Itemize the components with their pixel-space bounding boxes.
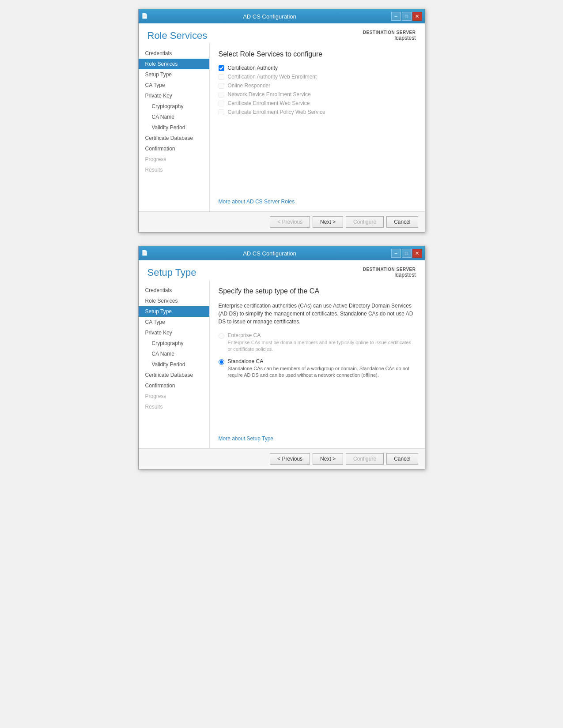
sidebar-item-cert-database-2[interactable]: Certificate Database — [139, 370, 209, 380]
sidebar-item-progress-1: Progress — [139, 154, 209, 165]
next-button-2[interactable]: Next > — [313, 453, 343, 465]
sidebar-item-cryptography-1[interactable]: Cryptography — [139, 101, 209, 112]
link-area-1: More about AD CS Server Roles — [219, 189, 416, 205]
server-name-1: ldapstest — [363, 35, 416, 41]
checkbox-cert-web-enrollment-input[interactable] — [219, 74, 224, 80]
previous-button-1[interactable]: < Previous — [270, 216, 310, 228]
link-area-2: More about Setup Type — [219, 426, 416, 442]
sidebar-item-progress-2: Progress — [139, 391, 209, 402]
sidebar-item-private-key-1[interactable]: Private Key — [139, 90, 209, 101]
radio-standalone-ca-label: Standalone CA — [228, 358, 416, 364]
sidebar-item-ca-name-1[interactable]: CA Name — [139, 112, 209, 122]
main-content-2: Specify the setup type of the CA Enterpr… — [209, 281, 425, 448]
close-button-1[interactable]: ✕ — [412, 12, 422, 21]
titlebar-controls-2: − □ ✕ — [391, 249, 422, 258]
window-footer-2: < Previous Next > Configure Cancel — [139, 448, 425, 469]
window-body-1: Role Services DESTINATION SERVER ldapste… — [139, 23, 425, 232]
titlebar-icon-1: 📄 — [141, 13, 148, 20]
checkbox-ndes-input[interactable] — [219, 92, 224, 98]
checkbox-cert-authority-input[interactable] — [219, 65, 224, 71]
titlebar-icon-2: 📄 — [141, 250, 148, 257]
radio-enterprise-ca-input[interactable] — [219, 333, 224, 339]
sidebar-item-validity-period-1[interactable]: Validity Period — [139, 122, 209, 133]
window-content-2: Credentials Role Services Setup Type CA … — [139, 281, 425, 448]
minimize-button-1[interactable]: − — [391, 12, 401, 21]
sidebar-item-cryptography-2[interactable]: Cryptography — [139, 338, 209, 349]
sidebar-item-credentials-1[interactable]: Credentials — [139, 48, 209, 59]
sidebar-item-role-services-2[interactable]: Role Services — [139, 296, 209, 306]
window-body-2: Setup Type DESTINATION SERVER ldapstest … — [139, 260, 425, 469]
sidebar-item-confirmation-2[interactable]: Confirmation — [139, 380, 209, 391]
checkbox-online-responder-label: Online Responder — [228, 83, 271, 89]
checkbox-cews-input[interactable] — [219, 101, 224, 106]
sidebar-item-role-services-1[interactable]: Role Services — [139, 59, 209, 69]
sidebar-item-cert-database-1[interactable]: Certificate Database — [139, 133, 209, 143]
radio-standalone-ca-desc: Standalone CAs can be members of a workg… — [228, 365, 416, 379]
info-link-2[interactable]: More about Setup Type — [219, 435, 274, 442]
configure-button-2[interactable]: Configure — [346, 453, 384, 465]
server-name-2: ldapstest — [363, 272, 416, 278]
sidebar-item-private-key-2[interactable]: Private Key — [139, 327, 209, 338]
window-header-1: Role Services DESTINATION SERVER ldapste… — [139, 23, 425, 44]
sidebar-item-ca-type-1[interactable]: CA Type — [139, 80, 209, 90]
main-content-1: Select Role Services to configure Certif… — [209, 44, 425, 211]
window-role-services: 📄 AD CS Configuration − □ ✕ Role Service… — [138, 9, 425, 233]
checkbox-cews-label: Certificate Enrollment Web Service — [228, 100, 310, 106]
sidebar-item-ca-name-2[interactable]: CA Name — [139, 349, 209, 359]
close-button-2[interactable]: ✕ — [412, 249, 422, 258]
sidebar-item-validity-period-2[interactable]: Validity Period — [139, 359, 209, 370]
main-title-1: Select Role Services to configure — [219, 50, 416, 58]
checkbox-cepws-input[interactable] — [219, 109, 224, 115]
titlebar-1: 📄 AD CS Configuration − □ ✕ — [139, 9, 425, 23]
sidebar-item-credentials-2[interactable]: Credentials — [139, 285, 209, 296]
maximize-button-1[interactable]: □ — [402, 12, 412, 21]
window-setup-type: 📄 AD CS Configuration − □ ✕ Setup Type D… — [138, 246, 425, 469]
titlebar-title-1: AD CS Configuration — [148, 13, 391, 20]
window-content-1: Credentials Role Services Setup Type CA … — [139, 44, 425, 211]
checkbox-cepws: Certificate Enrollment Policy Web Servic… — [219, 109, 416, 115]
maximize-button-2[interactable]: □ — [402, 249, 412, 258]
window-header-2: Setup Type DESTINATION SERVER ldapstest — [139, 260, 425, 281]
radio-standalone-ca: Standalone CA Standalone CAs can be memb… — [219, 358, 416, 379]
radio-enterprise-ca: Enterprise CA Enterprise CAs must be dom… — [219, 332, 416, 353]
destination-label-2: DESTINATION SERVER — [363, 267, 416, 272]
checkbox-ndes-label: Network Device Enrollment Service — [228, 91, 311, 98]
titlebar-controls-1: − □ ✕ — [391, 12, 422, 21]
window-footer-1: < Previous Next > Configure Cancel — [139, 211, 425, 232]
checkbox-cews: Certificate Enrollment Web Service — [219, 100, 416, 106]
cancel-button-1[interactable]: Cancel — [386, 216, 418, 228]
checkbox-cert-web-enrollment-label: Certification Authority Web Enrollment — [228, 74, 317, 80]
sidebar-item-ca-type-2[interactable]: CA Type — [139, 317, 209, 327]
configure-button-1[interactable]: Configure — [346, 216, 384, 228]
sidebar-1: Credentials Role Services Setup Type CA … — [139, 44, 209, 211]
radio-standalone-ca-input[interactable] — [219, 359, 224, 365]
checkbox-online-responder: Online Responder — [219, 83, 416, 89]
titlebar-2: 📄 AD CS Configuration − □ ✕ — [139, 246, 425, 260]
checkbox-ndes: Network Device Enrollment Service — [219, 91, 416, 98]
sidebar-item-results-1: Results — [139, 165, 209, 175]
sidebar-item-confirmation-1[interactable]: Confirmation — [139, 143, 209, 154]
minimize-button-2[interactable]: − — [391, 249, 401, 258]
radio-standalone-ca-group: Standalone CA Standalone CAs can be memb… — [228, 358, 416, 379]
radio-enterprise-ca-desc: Enterprise CAs must be domain members an… — [228, 339, 416, 353]
sidebar-item-results-2: Results — [139, 402, 209, 412]
info-link-1[interactable]: More about AD CS Server Roles — [219, 199, 295, 205]
checkbox-cert-web-enrollment: Certification Authority Web Enrollment — [219, 74, 416, 80]
checkbox-cepws-label: Certificate Enrollment Policy Web Servic… — [228, 109, 325, 115]
checkbox-cert-authority: Certification Authority — [219, 65, 416, 71]
next-button-1[interactable]: Next > — [313, 216, 343, 228]
destination-server-1: DESTINATION SERVER ldapstest — [363, 30, 416, 41]
checkbox-online-responder-input[interactable] — [219, 83, 224, 89]
cancel-button-2[interactable]: Cancel — [386, 453, 418, 465]
destination-server-2: DESTINATION SERVER ldapstest — [363, 267, 416, 278]
sidebar-item-setup-type-1[interactable]: Setup Type — [139, 69, 209, 80]
sidebar-item-setup-type-2[interactable]: Setup Type — [139, 306, 209, 317]
main-title-2: Specify the setup type of the CA — [219, 287, 416, 295]
checkbox-cert-authority-label: Certification Authority — [228, 65, 278, 71]
previous-button-2[interactable]: < Previous — [270, 453, 310, 465]
sidebar-2: Credentials Role Services Setup Type CA … — [139, 281, 209, 448]
titlebar-title-2: AD CS Configuration — [148, 250, 391, 257]
radio-enterprise-ca-group: Enterprise CA Enterprise CAs must be dom… — [228, 332, 416, 353]
description-text-2: Enterprise certification authorities (CA… — [219, 302, 416, 326]
radio-enterprise-ca-label: Enterprise CA — [228, 332, 416, 338]
